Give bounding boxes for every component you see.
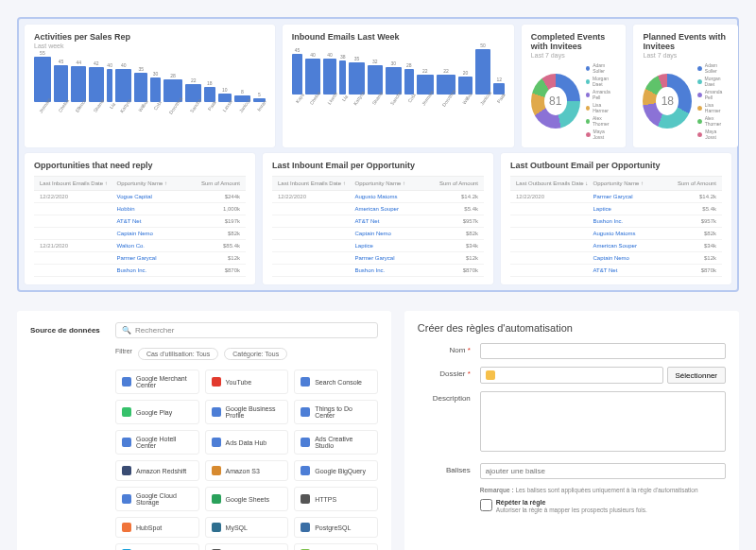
checkbox-repeat[interactable] [480,499,492,511]
table-row[interactable]: Laptice$34k [272,240,484,252]
dashboard-frame: Activities per Sales Rep Last week 55Jer… [17,17,739,292]
search-placeholder: Rechercher [135,326,174,335]
bar [323,59,337,95]
chip-category[interactable]: Catégorie: Tous [224,348,287,360]
datasource-item[interactable]: Amazon Redshift [115,460,199,481]
datasource-item[interactable]: Ads Data Hub [205,430,289,455]
label-balises: Balises [418,463,471,479]
table-row[interactable]: 12/22/2020Vogue Capital$244k [34,191,246,203]
legend-item: Adam Soller [697,62,729,74]
select-button[interactable]: Sélectionner [667,367,726,384]
datasource-item[interactable]: Google Business Profile [205,400,289,424]
table-row[interactable]: Bushon Inc.$870k [34,265,246,277]
bar [134,73,147,102]
datasource-item[interactable]: Search Console [294,370,378,394]
input-description[interactable] [480,391,726,452]
datasource-item[interactable]: HTTPS [294,487,378,511]
input-nom[interactable] [480,343,726,359]
source-name: Ads Creative Studio [315,436,371,449]
table-row[interactable]: Hobbin1,000k [34,203,246,215]
legend-dot [697,119,701,124]
datasource-item[interactable]: Google Hotell Center [115,430,199,455]
table-row[interactable]: Laptice$5.4k [510,203,722,215]
datasource-item[interactable]: Salesforce [115,543,199,550]
chip-usecase[interactable]: Cas d'utilisation: Tous [138,348,218,360]
table-row[interactable]: Captain Nemo$82k [34,228,246,240]
datasource-item[interactable]: Things to Do Center [294,400,378,424]
source-icon [301,494,310,504]
panel-title: Créer des règles d'automatisation [418,322,726,334]
note: Remarque : Les balises sont appliquées u… [480,487,726,493]
source-name: Google BigQuery [315,468,366,474]
source-icon [122,523,131,532]
datasource-item[interactable]: MySQL [205,517,289,538]
legend-dot [697,132,702,137]
input-dossier[interactable] [480,367,663,384]
bar [292,54,302,95]
datasource-item[interactable]: Google Sheets [205,487,289,511]
datasource-item[interactable]: Amazon S3 [205,460,289,481]
table-card: Last Outbount Email per OpportunityLast … [501,153,731,284]
table-row[interactable]: Bushon Inc.$957k [510,215,722,228]
datasource-item[interactable]: Google Merchant Center [115,370,199,394]
bar [107,69,113,102]
table-row[interactable]: Parmer Garycal$12k [34,252,246,265]
source-icon [212,438,221,447]
source-icon [122,466,131,475]
table-head[interactable]: Last Inbount Emails Date ↑Opportunity Na… [34,176,246,191]
card-completed-events: Completed Events with Invitees Last 7 da… [522,25,627,147]
table-row[interactable]: Augusto Matoms$82k [510,228,722,240]
card-activities: Activities per Sales Rep Last week 55Jer… [25,25,275,147]
table-row[interactable]: AT&T Net$870k [510,265,722,277]
datasource-item[interactable]: HubSpot [115,517,199,538]
datasource-item[interactable]: Google BigQuery [294,460,378,481]
table-head[interactable]: Last Inbount Emails Date ↑Opportunity Na… [272,176,484,191]
search-input[interactable]: 🔍 Rechercher [115,322,378,338]
search-icon: 🔍 [122,326,131,335]
table-row[interactable]: Bushon Inc.$870k [272,265,484,277]
source-icon [301,377,310,387]
legend-item: Maya Josst [697,129,729,140]
datasource-item[interactable]: Google Cloud Storage [115,487,199,511]
datasource-item[interactable]: Google Play [115,400,199,424]
table-row[interactable]: Captain Nemo$82k [272,228,484,240]
datasource-item[interactable]: PostgreSQL [294,517,378,538]
datasource-item[interactable]: Ads Creative Studio [294,430,378,455]
table-row[interactable]: 12/21/2020Walton Co.$85.4k [34,240,246,252]
table-row[interactable]: 12/22/2020Augusto Matoms$14.2k [272,191,484,203]
table-row[interactable]: 12/22/2020Parmer Garycal$14.2k [510,191,722,203]
legend-dot [586,119,590,124]
table-row[interactable]: American Souper$34k [510,240,722,252]
legend-dot [697,79,701,84]
donut-chart: 81 [531,74,580,129]
table-head[interactable]: Last Outbount Emails Date ↓Opportunity N… [510,176,722,191]
table-row[interactable]: American Souper$5.4k [272,203,484,215]
legend-item: Morgan Daet [586,76,617,87]
source-icon [301,407,310,417]
table-row[interactable]: AT&T Net$957k [272,215,484,228]
input-balises[interactable] [480,463,726,479]
table-title: Last Outbount Email per Opportunity [510,161,722,170]
legend-item: Adam Soller [586,62,617,74]
source-icon [212,523,221,532]
table-row[interactable]: AT&T Net$197k [34,215,246,228]
datasource-item[interactable]: Shopify [294,543,378,550]
bar [89,67,104,102]
datasource-item[interactable]: YouTube [205,370,289,394]
source-icon [301,438,310,447]
source-icon [122,438,131,447]
source-icon [212,494,221,504]
legend: Adam SollerMorgan DaetAmanda PellLisa Ha… [586,62,617,140]
table-row[interactable]: Parmer Garycal$12k [272,252,484,265]
bar [150,77,160,102]
donut-value: 81 [549,95,561,108]
bar [339,60,346,95]
source-icon [301,523,310,532]
donut-chart: 18 [643,74,692,129]
table-row[interactable]: Captain Nemo$12k [510,252,722,265]
datasource-panel: Source de données 🔍 Rechercher Filtrer C… [17,311,391,550]
card-planned-events: Planned Events with Invitees Last 7 days… [633,25,738,147]
source-name: PostgreSQL [315,524,351,531]
datasource-item[interactable]: SFTP [205,543,289,550]
chart-sub: Last week [34,43,266,49]
